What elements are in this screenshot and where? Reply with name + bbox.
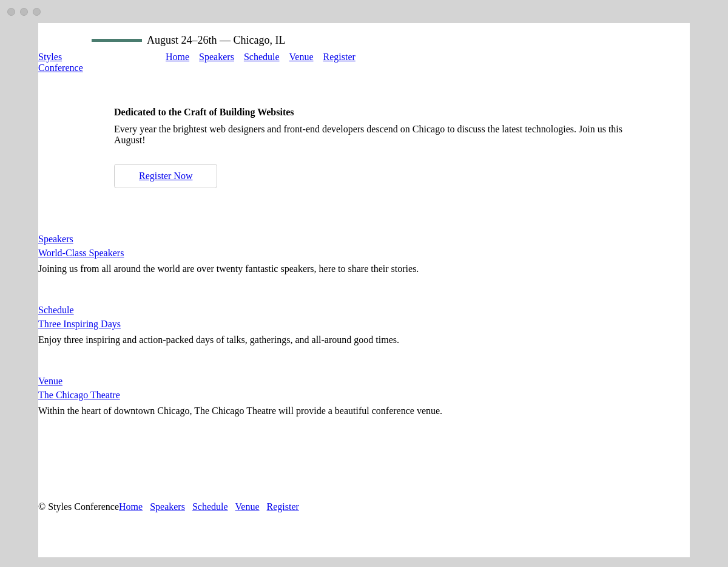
venue-body: Within the heart of downtown Chicago, Th… [38,406,481,416]
hero-tagline: Dedicated to the Craft of Building Websi… [114,107,635,118]
main-nav: Home Speakers Schedule Venue Register [132,52,356,63]
footer-nav-schedule[interactable]: Schedule [192,501,228,512]
minimize-button[interactable] [20,8,28,16]
date-location: August 24–26th — Chicago, IL [147,34,285,47]
schedule-heading[interactable]: Three Inspiring Days [38,319,652,330]
hero-description: Every year the brightest web designers a… [114,124,635,146]
nav-area: Styles Conference Home Speakers Schedule… [38,47,690,73]
header-section: August 24–26th — Chicago, IL Styles Conf… [38,23,690,73]
register-button-container: Register Now [114,164,217,188]
schedule-body: Enjoy three inspiring and action-packed … [38,334,481,345]
nav-link-register[interactable]: Register [323,52,356,63]
schedule-section: Schedule Three Inspiring Days Enjoy thre… [38,299,652,358]
brand-logo: Styles Conference [38,52,132,73]
footer-nav-home[interactable]: Home [119,501,143,512]
footer-nav-venue[interactable]: Venue [235,501,260,512]
logo-date-row: August 24–26th — Chicago, IL [38,29,690,47]
speakers-label[interactable]: Speakers [38,234,652,245]
speakers-section: Speakers World-Class Speakers Joining us… [38,228,652,287]
footer-section: © Styles ConferenceHome Speakers Schedul… [38,477,690,531]
maximize-button[interactable] [33,8,41,16]
page-content: August 24–26th — Chicago, IL Styles Conf… [38,23,690,557]
footer-nav-register[interactable]: Register [267,501,299,512]
footer-copyright: © Styles Conference [38,501,119,512]
nav-link-venue[interactable]: Venue [289,52,314,63]
venue-heading[interactable]: The Chicago Theatre [38,390,652,401]
speakers-body: Joining us from all around the world are… [38,263,481,274]
register-now-button[interactable]: Register Now [139,171,192,181]
brand-link[interactable]: Styles Conference [38,52,83,73]
title-bar [0,0,728,23]
nav-link-speakers[interactable]: Speakers [199,52,234,63]
speakers-heading[interactable]: World-Class Speakers [38,248,652,259]
venue-label[interactable]: Venue [38,376,652,387]
schedule-label[interactable]: Schedule [38,305,652,316]
green-bar-decoration [92,39,142,42]
sections-area: Speakers World-Class Speakers Joining us… [38,222,690,459]
close-button[interactable] [7,8,15,16]
nav-link-schedule[interactable]: Schedule [244,52,280,63]
nav-link-home[interactable]: Home [166,52,189,63]
venue-section: Venue The Chicago Theatre Within the hea… [38,370,652,429]
hero-section: Dedicated to the Craft of Building Websi… [38,73,690,222]
footer-nav-speakers[interactable]: Speakers [150,501,185,512]
